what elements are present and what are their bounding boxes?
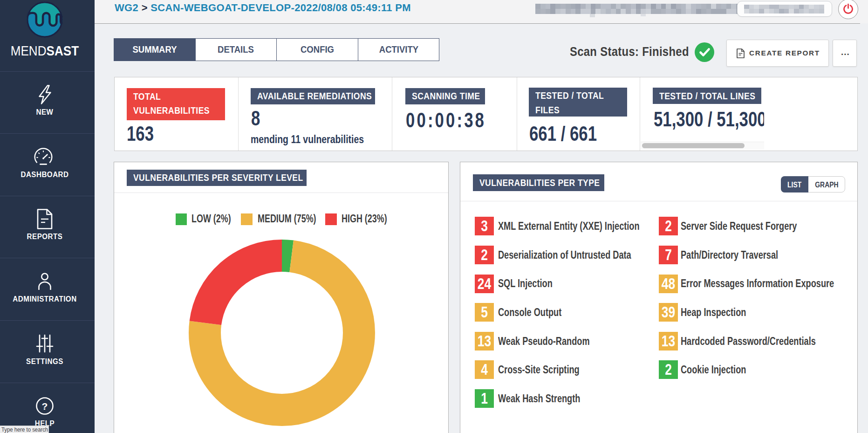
svg-text:?: ? bbox=[41, 400, 48, 411]
